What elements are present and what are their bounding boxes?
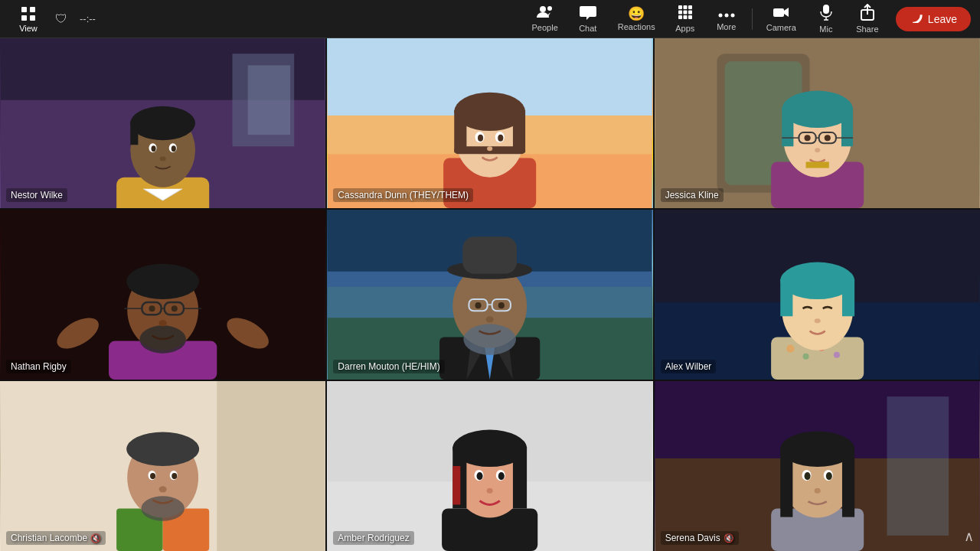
toolbar-divider <box>752 8 753 30</box>
svg-point-35 <box>172 145 176 152</box>
svg-point-100 <box>498 302 505 308</box>
svg-rect-68 <box>805 161 828 168</box>
apps-label: Apps <box>675 24 694 33</box>
svg-rect-115 <box>217 381 325 551</box>
chat-label: Chat <box>579 24 596 33</box>
svg-point-136 <box>477 472 483 480</box>
svg-rect-3 <box>30 15 35 21</box>
svg-rect-59 <box>841 108 853 146</box>
svg-rect-44 <box>455 110 467 153</box>
participant-cell-jessica: Jessica Kline <box>655 38 980 208</box>
avatar-serena <box>655 381 980 551</box>
avatar-christian <box>0 381 325 551</box>
reactions-icon: 😀 <box>628 7 645 21</box>
view-grid-icon <box>20 5 37 22</box>
share-icon <box>860 4 875 23</box>
svg-point-120 <box>141 496 185 520</box>
more-button[interactable]: More <box>707 4 746 34</box>
svg-point-150 <box>825 472 831 480</box>
svg-rect-19 <box>823 5 829 14</box>
svg-point-119 <box>126 432 199 466</box>
video-grid: Nestor Wilke <box>0 38 980 551</box>
participant-cell-nathan: Nathan Rigby <box>0 210 325 380</box>
share-label: Share <box>856 24 878 34</box>
apps-icon <box>678 5 693 22</box>
toolbar-left: View 🛡 --:-- <box>9 2 490 36</box>
svg-point-84 <box>159 320 167 326</box>
apps-button[interactable]: Apps <box>666 2 704 36</box>
mute-icon-christian: 🔇 <box>90 533 101 543</box>
camera-label: Camera <box>766 23 796 32</box>
svg-point-95 <box>464 324 517 354</box>
svg-rect-111 <box>780 279 792 316</box>
toolbar: View 🛡 --:-- People Ch <box>0 0 980 38</box>
participant-name-alex: Alex Wilber <box>661 360 717 373</box>
svg-rect-18 <box>773 8 784 17</box>
participant-name-nestor: Nestor Wilke <box>6 188 67 202</box>
leave-phone-icon <box>910 13 923 25</box>
camera-icon <box>773 5 789 21</box>
mute-icon-serena: 🔇 <box>724 533 734 543</box>
scroll-indicator[interactable]: ∧ <box>964 528 974 545</box>
mic-button[interactable]: Mic <box>807 1 845 37</box>
svg-point-66 <box>824 135 830 141</box>
svg-point-75 <box>126 264 199 299</box>
svg-point-82 <box>149 305 155 311</box>
participant-cell-serena: Serena Davis 🔇 ∧ <box>655 381 980 551</box>
people-icon <box>537 5 554 21</box>
mic-label: Mic <box>819 24 832 34</box>
svg-rect-10 <box>683 11 687 15</box>
leave-label: Leave <box>928 13 957 25</box>
svg-point-137 <box>498 472 505 480</box>
svg-point-49 <box>478 135 483 142</box>
avatar-alex <box>655 210 980 380</box>
chat-button[interactable]: Chat <box>569 2 607 36</box>
svg-rect-146 <box>842 448 854 517</box>
svg-rect-26 <box>248 65 291 135</box>
reactions-button[interactable]: 😀 Reactions <box>610 4 663 34</box>
svg-point-124 <box>172 473 177 479</box>
avatar-darren <box>327 210 652 380</box>
svg-point-34 <box>152 145 156 152</box>
svg-rect-145 <box>780 448 792 517</box>
participant-name-christian: Christian Lacombe 🔇 <box>6 531 106 545</box>
svg-point-4 <box>540 6 546 12</box>
participant-cell-darren: Darren Mouton (HE/HIM) <box>327 210 652 380</box>
leave-button[interactable]: Leave <box>896 7 971 31</box>
svg-rect-1 <box>30 7 35 12</box>
svg-point-105 <box>786 345 794 353</box>
svg-rect-133 <box>513 447 527 509</box>
svg-point-67 <box>815 148 820 152</box>
svg-rect-132 <box>453 466 461 504</box>
svg-point-106 <box>802 354 808 360</box>
svg-point-149 <box>804 472 810 480</box>
svg-point-101 <box>486 316 494 322</box>
svg-point-36 <box>160 156 166 161</box>
svg-point-5 <box>547 6 552 11</box>
participant-name-amber: Amber Rodriguez <box>333 531 413 545</box>
svg-rect-8 <box>688 5 692 9</box>
svg-point-113 <box>814 318 820 323</box>
mic-icon <box>820 4 832 23</box>
svg-point-125 <box>159 486 167 492</box>
svg-point-17 <box>730 13 734 17</box>
svg-rect-11 <box>688 11 692 15</box>
svg-point-65 <box>804 135 810 141</box>
people-button[interactable]: People <box>524 2 566 35</box>
svg-point-138 <box>487 488 493 494</box>
share-button[interactable]: Share <box>848 1 887 37</box>
svg-rect-6 <box>678 5 682 9</box>
avatar-jessica <box>655 38 980 208</box>
svg-rect-94 <box>463 236 518 273</box>
participant-cell-cassandra: Cassandra Dunn (THEY/THEM) <box>327 38 652 208</box>
avatar-amber <box>327 381 652 551</box>
participant-name-jessica: Jessica Kline <box>661 188 724 202</box>
view-button[interactable]: View <box>9 2 47 36</box>
camera-button[interactable]: Camera <box>759 2 804 35</box>
avatar-nestor <box>0 38 325 208</box>
participant-name-serena: Serena Davis 🔇 <box>661 531 739 545</box>
svg-rect-141 <box>887 396 949 536</box>
chat-icon <box>580 5 596 22</box>
svg-rect-45 <box>513 110 525 153</box>
svg-rect-2 <box>21 15 27 21</box>
